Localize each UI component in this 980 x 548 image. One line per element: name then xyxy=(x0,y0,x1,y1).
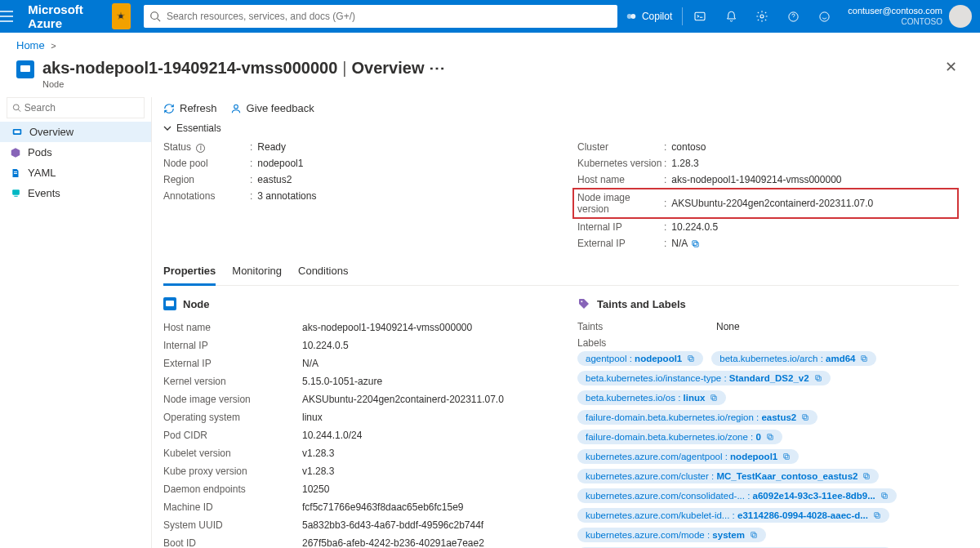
copy-icon[interactable] xyxy=(750,531,758,539)
copy-icon[interactable] xyxy=(862,472,871,480)
give-feedback-button[interactable]: Give feedback xyxy=(230,102,314,114)
essentials-label: Annotations xyxy=(163,190,250,202)
sidebar-item-overview[interactable]: Overview xyxy=(0,122,151,142)
feedback-icon[interactable] xyxy=(808,0,840,33)
essentials-value-link[interactable]: 3 annotations xyxy=(257,190,316,202)
essentials-toggle[interactable]: Essentials xyxy=(163,123,959,139)
svg-rect-17 xyxy=(693,240,697,245)
property-label: Internal IP xyxy=(163,340,302,351)
label-pill[interactable]: agentpool : nodepool1 xyxy=(577,351,703,366)
breadcrumb-home[interactable]: Home xyxy=(16,39,45,51)
property-label: Boot ID xyxy=(163,537,302,548)
label-pill[interactable]: kubernetes.azure.com/cluster : MC_TestKa… xyxy=(577,469,879,483)
copy-icon[interactable] xyxy=(880,492,889,500)
sidebar-search-input[interactable] xyxy=(24,102,139,114)
property-label: Kubelet version xyxy=(163,448,302,459)
sidebar-item-events[interactable]: Events xyxy=(0,183,151,203)
property-value: 10250 xyxy=(302,483,329,495)
property-row: Boot ID267f5ba6-afeb-4242-b236-40291ae7e… xyxy=(163,534,545,548)
label-pill[interactable]: kubernetes.azure.com/consolidated-... : … xyxy=(577,488,897,503)
svg-point-18 xyxy=(581,301,582,302)
label-pill[interactable]: failure-domain.beta.kubernetes.io/zone :… xyxy=(577,430,782,444)
copy-icon[interactable] xyxy=(801,413,809,421)
feedback-person-icon xyxy=(230,103,242,114)
copy-icon[interactable] xyxy=(710,394,718,402)
svg-rect-35 xyxy=(883,494,887,498)
tag-icon xyxy=(577,297,590,310)
essentials-value-link[interactable]: contoso xyxy=(671,141,706,153)
label-pill[interactable]: beta.kubernetes.io/instance-type : Stand… xyxy=(577,371,831,385)
copy-icon[interactable] xyxy=(691,239,700,248)
close-button[interactable]: ✕ xyxy=(945,58,957,76)
essentials-label: Host name xyxy=(577,174,664,185)
svg-rect-28 xyxy=(803,415,807,419)
main-content: Refresh Give feedback Essentials Status … xyxy=(152,97,980,548)
account-menu[interactable]: contuser@contoso.com CONTOSO xyxy=(840,5,980,28)
tabs: PropertiesMonitoringConditions xyxy=(163,260,959,286)
page-title: aks-nodepool1-19409214-vmss000000|Overvi… xyxy=(42,58,445,78)
label-pill[interactable]: beta.kubernetes.io/os : linux xyxy=(577,390,726,405)
essentials-value-link[interactable]: 1.28.3 xyxy=(671,158,698,169)
essentials-value-link[interactable]: aks-nodepool1-19409214-vmss000000 xyxy=(671,174,841,185)
svg-rect-21 xyxy=(863,357,867,361)
essentials-value-link[interactable]: nodepool1 xyxy=(257,158,303,169)
essentials-label: External IP xyxy=(577,238,664,249)
tab-monitoring[interactable]: Monitoring xyxy=(232,260,282,285)
more-options-button[interactable]: ⋯ xyxy=(429,59,445,77)
taints-section-header: Taints and Labels xyxy=(577,297,959,310)
help-icon[interactable] xyxy=(777,0,808,33)
settings-icon[interactable] xyxy=(746,0,777,33)
sidebar-item-label: Overview xyxy=(29,126,74,138)
label-pill[interactable]: failure-domain.beta.kubernetes.io/region… xyxy=(577,410,817,425)
label-pill[interactable]: beta.kubernetes.io/arch : amd64 xyxy=(711,351,876,366)
essentials-value-link[interactable]: AKSUbuntu-2204gen2containerd-202311.07.0 xyxy=(671,198,873,209)
sidebar-search[interactable] xyxy=(7,97,145,118)
svg-rect-24 xyxy=(815,376,819,380)
brand-label[interactable]: Microsoft Azure xyxy=(28,2,104,30)
property-row: System UUID5a832bb3-6d43-4a67-bddf-49596… xyxy=(163,516,545,534)
cloud-shell-icon[interactable] xyxy=(684,0,715,33)
copy-icon[interactable] xyxy=(860,354,868,363)
property-row: Machine IDfcf5c71766e9463f8daac65eb6fc15… xyxy=(163,498,545,516)
property-value: 10.224.0.5 xyxy=(302,340,349,351)
node-icon xyxy=(163,297,176,310)
refresh-button[interactable]: Refresh xyxy=(163,102,217,114)
preview-icon[interactable] xyxy=(112,3,131,29)
essentials-value: Ready xyxy=(257,141,286,153)
copy-icon[interactable] xyxy=(873,511,881,519)
tab-properties[interactable]: Properties xyxy=(163,260,216,286)
label-pill[interactable]: kubernetes.azure.com/mode : system xyxy=(577,528,766,542)
hamburger-menu-button[interactable] xyxy=(0,11,28,22)
sidebar: OverviewPodsYAMLEvents xyxy=(0,97,152,548)
property-label: External IP xyxy=(163,358,302,369)
events-icon xyxy=(10,188,21,199)
copy-icon[interactable] xyxy=(782,452,791,461)
tab-conditions[interactable]: Conditions xyxy=(298,260,348,285)
essentials-value: N/A xyxy=(671,238,688,249)
property-row: Internal IP10.224.0.5 xyxy=(163,336,545,354)
sidebar-item-pods[interactable]: Pods xyxy=(0,142,151,163)
svg-rect-36 xyxy=(881,493,885,497)
property-row: Operating systemlinux xyxy=(163,408,545,426)
copy-icon[interactable] xyxy=(814,374,822,382)
svg-rect-16 xyxy=(694,242,699,247)
svg-rect-14 xyxy=(14,196,17,197)
svg-rect-27 xyxy=(804,416,808,420)
copy-icon[interactable] xyxy=(766,433,774,441)
top-right-icons: Copilot contuser@contoso.com CONTOSO xyxy=(617,0,980,33)
essentials-row: Internal IP:10.224.0.5 xyxy=(577,219,959,235)
resource-icon xyxy=(16,60,34,78)
copy-icon[interactable] xyxy=(687,354,695,363)
global-search[interactable] xyxy=(144,5,617,28)
label-pill[interactable]: kubernetes.azure.com/agentpool : nodepoo… xyxy=(577,449,799,464)
property-label: Daemon endpoints xyxy=(163,483,302,495)
global-search-input[interactable] xyxy=(167,11,617,22)
copilot-button[interactable]: Copilot xyxy=(617,11,680,22)
essentials-label: Status i xyxy=(163,141,250,153)
essentials-label: Cluster xyxy=(577,141,664,153)
property-label: Operating system xyxy=(163,412,302,423)
refresh-icon xyxy=(163,103,175,114)
label-pill[interactable]: kubernetes.azure.com/kubelet-id... : e31… xyxy=(577,508,889,523)
sidebar-item-yaml[interactable]: YAML xyxy=(0,163,151,183)
notifications-icon[interactable] xyxy=(715,0,746,33)
